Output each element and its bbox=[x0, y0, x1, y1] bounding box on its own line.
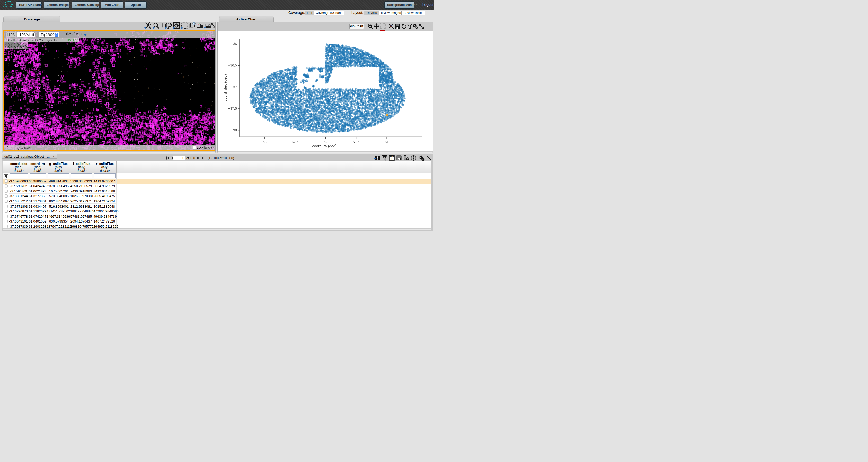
svg-text:5: 5 bbox=[193, 22, 195, 25]
svg-text:1x: 1x bbox=[390, 25, 392, 27]
svg-text:T: T bbox=[391, 157, 393, 160]
